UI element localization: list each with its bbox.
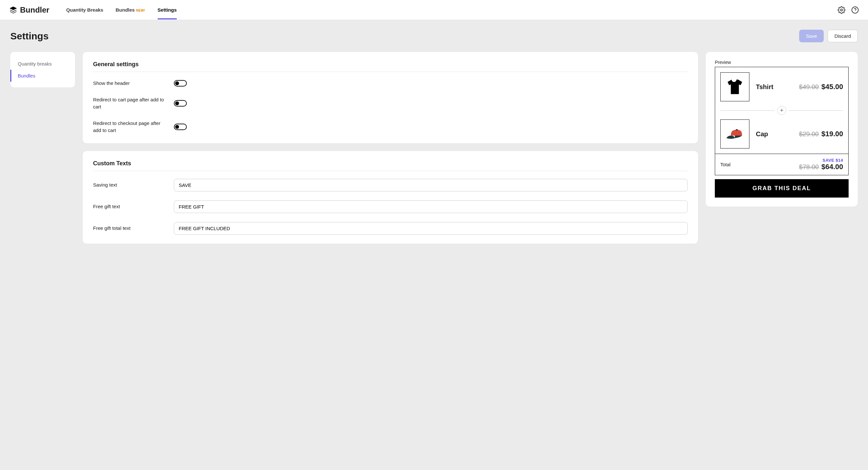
setting-label: Free gift text [93, 203, 174, 210]
toggle-show-header[interactable] [174, 80, 187, 87]
general-settings-panel: General settings Show the header Redirec… [83, 52, 698, 143]
badge-new: NEW! [136, 9, 146, 12]
panel-title: Custom Texts [93, 160, 688, 171]
nav-settings[interactable]: Settings [158, 1, 177, 19]
preview-new-price: $45.00 [822, 82, 843, 91]
setting-label: Saving text [93, 181, 174, 189]
help-icon[interactable] [851, 6, 859, 14]
preview-new-price: $19.00 [822, 130, 843, 138]
preview-save-text: SAVE $14 [799, 158, 843, 163]
save-button[interactable]: Save [799, 30, 824, 42]
setting-row: Redirect to cart page after add to cart [93, 96, 688, 111]
plus-icon: + [777, 106, 786, 115]
preview-item: Tshirt $49.00 $45.00 [720, 72, 843, 101]
preview-item-name: Cap [756, 130, 768, 138]
setting-row: Show the header [93, 80, 688, 87]
logo-text: Bundler [20, 5, 50, 14]
panel-title: General settings [93, 61, 688, 72]
sidebar: Quantity breaks Bundles [10, 52, 75, 88]
setting-label: Free gift total text [93, 225, 174, 232]
setting-label: Show the header [93, 80, 174, 87]
setting-row: Redirect to checkout page after add to c… [93, 120, 688, 134]
setting-label: Redirect to checkout page after add to c… [93, 120, 174, 134]
topbar: Bundler Quantity Breaks BundlesNEW! Sett… [0, 0, 868, 20]
grab-deal-button[interactable]: GRAB THIS DEAL [715, 179, 848, 198]
nav-bundles[interactable]: BundlesNEW! [116, 1, 146, 19]
preview-divider: + [720, 106, 843, 115]
sidebar-item-bundles[interactable]: Bundles [10, 70, 75, 82]
preview-label: Preview [715, 60, 848, 65]
discard-button[interactable]: Discard [828, 30, 858, 42]
gear-icon[interactable] [838, 6, 845, 14]
tshirt-icon [720, 72, 749, 101]
stack-icon [9, 6, 18, 14]
setting-row: Free gift text [93, 200, 688, 213]
free-gift-total-text-input[interactable] [174, 222, 688, 235]
toggle-redirect-cart[interactable] [174, 100, 187, 106]
nav: Quantity Breaks BundlesNEW! Settings [66, 1, 177, 19]
toggle-redirect-checkout[interactable] [174, 124, 187, 130]
preview-old-price: $29.00 [799, 130, 819, 138]
page-header: Settings Save Discard [10, 30, 858, 42]
nav-quantity-breaks[interactable]: Quantity Breaks [66, 1, 103, 19]
preview-item: Cap $29.00 $19.00 [720, 120, 843, 148]
preview-old-price: $49.00 [799, 83, 819, 91]
free-gift-text-input[interactable] [174, 200, 688, 213]
preview-total-old: $78.00 [799, 163, 819, 171]
preview-total: Total SAVE $14 $78.00 $64.00 [715, 154, 848, 175]
setting-row: Free gift total text [93, 222, 688, 235]
cap-icon [720, 120, 749, 148]
custom-texts-panel: Custom Texts Saving text Free gift text … [83, 151, 698, 244]
svg-point-0 [840, 9, 842, 11]
preview-panel: Preview Tshirt $49.00 $45.00 + [706, 52, 858, 207]
svg-point-3 [736, 129, 738, 130]
sidebar-item-quantity-breaks[interactable]: Quantity breaks [10, 58, 75, 70]
preview-total-new: $64.00 [822, 163, 843, 171]
preview-item-name: Tshirt [756, 83, 773, 91]
saving-text-input[interactable] [174, 179, 688, 192]
preview-total-label: Total [720, 162, 731, 167]
setting-row: Saving text [93, 179, 688, 192]
logo: Bundler [9, 5, 50, 14]
setting-label: Redirect to cart page after add to cart [93, 96, 174, 111]
page-title: Settings [10, 31, 49, 42]
preview-box: Tshirt $49.00 $45.00 + Cap $29.00 [715, 67, 848, 175]
